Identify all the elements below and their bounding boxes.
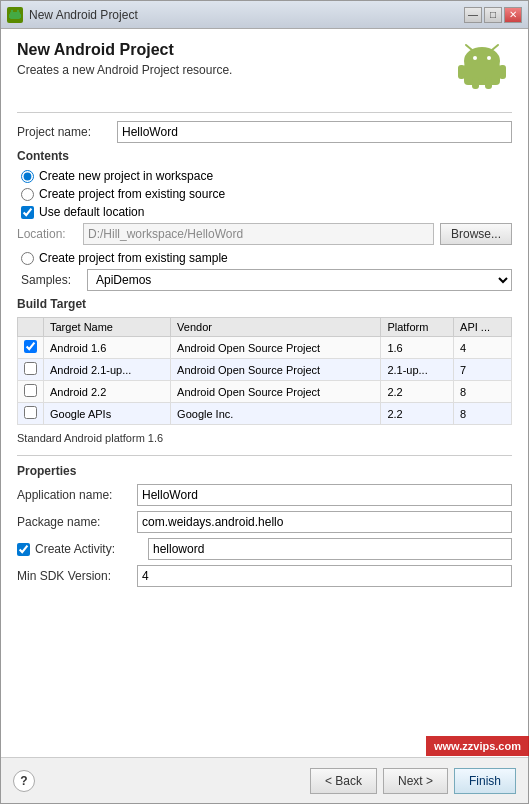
maximize-button[interactable]: □ [484,7,502,23]
target-target: Android 2.2 [44,381,171,403]
content-area: New Android Project Creates a new Androi… [1,29,528,757]
existing-source-row: Create project from existing source [17,187,512,201]
target-vendor: Google Inc. [171,403,381,425]
build-target-table: Target Name Vendor Platform API ... Andr… [17,317,512,425]
target-target: Android 1.6 [44,337,171,359]
svg-point-2 [17,9,19,11]
help-button[interactable]: ? [13,770,35,792]
standard-platform-text: Standard Android platform 1.6 [17,429,512,447]
app-name-input[interactable] [137,484,512,506]
create-activity-label: Create Activity: [35,542,143,556]
svg-rect-0 [10,12,20,19]
target-api: 7 [454,359,512,381]
svg-line-13 [466,45,472,50]
window: New Android Project — □ ✕ New Android Pr… [0,0,529,804]
target-api: 8 [454,403,512,425]
table-row: Android 2.1-up...Android Open Source Pro… [18,359,512,381]
col-api: API ... [454,318,512,337]
default-location-label: Use default location [39,205,144,219]
target-api: 4 [454,337,512,359]
target-target: Google APIs [44,403,171,425]
target-checkbox[interactable] [24,340,37,353]
back-button[interactable]: < Back [310,768,377,794]
create-new-radio[interactable] [21,170,34,183]
min-sdk-row: Min SDK Version: [17,565,512,587]
project-name-row: Project name: [17,121,512,143]
table-row: Google APIsGoogle Inc.2.28 [18,403,512,425]
target-platform: 2.2 [381,381,454,403]
app-name-label: Application name: [17,488,137,502]
create-new-label: Create new project in workspace [39,169,213,183]
existing-sample-label: Create project from existing sample [39,251,228,265]
titlebar: New Android Project — □ ✕ [1,1,528,29]
header-divider [17,112,512,113]
footer-left: ? [13,770,35,792]
create-new-project-row: Create new project in workspace [17,169,512,183]
create-activity-input[interactable] [148,538,512,560]
package-name-label: Package name: [17,515,137,529]
target-platform: 1.6 [381,337,454,359]
close-button[interactable]: ✕ [504,7,522,23]
min-sdk-input[interactable] [137,565,512,587]
footer: ? < Back Next > Finish [1,757,528,803]
samples-row: Samples: ApiDemos [17,269,512,291]
android-logo-area [452,41,512,104]
page-header: New Android Project Creates a new Androi… [17,41,512,104]
location-input[interactable] [83,223,434,245]
project-name-label: Project name: [17,125,117,139]
svg-rect-10 [485,77,492,89]
minimize-button[interactable]: — [464,7,482,23]
finish-button[interactable]: Finish [454,768,516,794]
build-target-title: Build Target [17,297,512,311]
svg-rect-7 [458,65,465,79]
create-activity-checkbox[interactable] [17,543,30,556]
page-header-text: New Android Project Creates a new Androi… [17,41,232,77]
svg-point-12 [487,56,491,60]
app-name-row: Application name: [17,484,512,506]
svg-rect-3 [9,14,11,18]
svg-rect-9 [472,77,479,89]
default-location-row: Use default location [17,205,512,219]
target-checkbox[interactable] [24,384,37,397]
location-label: Location: [17,227,77,241]
target-platform: 2.2 [381,403,454,425]
project-name-input[interactable] [117,121,512,143]
footer-right: < Back Next > Finish [310,768,516,794]
existing-sample-radio[interactable] [21,252,34,265]
target-target: Android 2.1-up... [44,359,171,381]
min-sdk-label: Min SDK Version: [17,569,137,583]
existing-sample-row: Create project from existing sample [17,251,512,265]
col-vendor: Vendor [171,318,381,337]
location-row: Location: Browse... [17,223,512,245]
target-api: 8 [454,381,512,403]
page-title: New Android Project [17,41,232,59]
target-checkbox[interactable] [24,362,37,375]
col-platform: Platform [381,318,454,337]
samples-label: Samples: [21,273,81,287]
target-checkbox[interactable] [24,406,37,419]
col-check [18,318,44,337]
svg-line-14 [492,45,498,50]
target-vendor: Android Open Source Project [171,359,381,381]
samples-select[interactable]: ApiDemos [87,269,512,291]
create-activity-row: Create Activity: [17,538,512,560]
main-content: New Android Project Creates a new Androi… [1,29,528,757]
svg-rect-8 [499,65,506,79]
table-row: Android 2.2Android Open Source Project2.… [18,381,512,403]
next-button[interactable]: Next > [383,768,448,794]
properties-divider [17,455,512,456]
watermark: www.zzvips.com [426,736,529,756]
col-target-name: Target Name [44,318,171,337]
existing-source-radio[interactable] [21,188,34,201]
properties-title: Properties [17,464,512,478]
titlebar-title: New Android Project [29,8,138,22]
target-vendor: Android Open Source Project [171,337,381,359]
package-name-input[interactable] [137,511,512,533]
table-row: Android 1.6Android Open Source Project1.… [18,337,512,359]
contents-section-title: Contents [17,149,512,163]
default-location-checkbox[interactable] [21,206,34,219]
svg-rect-4 [19,14,21,18]
browse-button[interactable]: Browse... [440,223,512,245]
target-platform: 2.1-up... [381,359,454,381]
svg-point-11 [473,56,477,60]
